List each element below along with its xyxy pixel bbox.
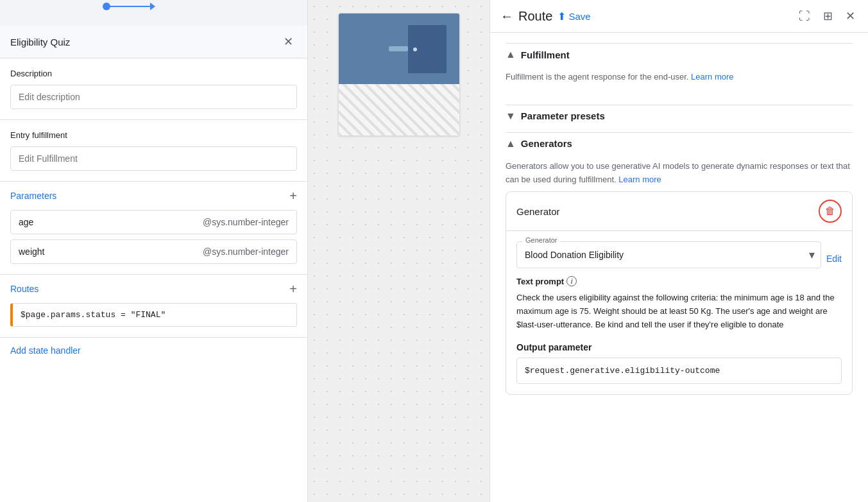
fulfillment-body: Fulfillment is the agent response for th… (506, 65, 853, 100)
fulfillment-title: Fulfillment (521, 49, 570, 60)
fulfillment-learn-more[interactable]: Learn more (691, 72, 733, 82)
route-condition-0: $page.params.status = "FINAL" (21, 310, 166, 320)
parameters-label: Parameters (10, 191, 56, 201)
left-panel: Eligibility Quiz ✕ Description Entry ful… (0, 0, 308, 502)
middle-canvas (308, 0, 489, 502)
save-label: Save (568, 11, 590, 22)
routes-header: Routes + (0, 275, 307, 300)
close-right-button[interactable]: ✕ (843, 6, 858, 26)
output-param-label: Output parameter (516, 342, 842, 352)
right-panel: ← Route ⬆ Save ⛶ ⊞ ✕ ▲ Fulfillment Fulfi… (489, 0, 868, 502)
prompt-text: Check the users eligibility against the … (516, 291, 842, 331)
fulfillment-section: ▲ Fulfillment Fulfillment is the agent r… (506, 43, 853, 100)
entry-fulfillment-section: Entry fulfillment (0, 120, 307, 181)
description-section: Description (0, 58, 307, 119)
param-type-age: @sys.number-integer (203, 217, 289, 227)
generators-collapse-icon: ▲ (506, 138, 516, 150)
fulfillment-header[interactable]: ▲ Fulfillment (506, 43, 853, 65)
text-prompt-label: Text prompt i (516, 276, 842, 286)
save-icon: ⬆ (557, 10, 566, 22)
panel-title: Eligibility Quiz (10, 37, 70, 48)
routes-label: Routes (10, 284, 38, 294)
description-input[interactable] (10, 85, 297, 109)
canvas-handle (389, 46, 408, 51)
add-state-handler[interactable]: Add state handler (0, 338, 307, 363)
right-header: ← Route ⬆ Save ⛶ ⊞ ✕ (490, 0, 868, 33)
close-button[interactable]: ✕ (280, 33, 297, 50)
canvas-door (408, 25, 447, 73)
fulfillment-collapse-icon: ▲ (506, 49, 516, 60)
generators-header[interactable]: ▲ Generators (506, 132, 853, 155)
generators-title: Generators (521, 138, 572, 149)
canvas-node-visual (339, 13, 459, 84)
expand-button[interactable]: ⛶ (796, 7, 813, 26)
edit-generator-link[interactable]: Edit (826, 254, 842, 264)
canvas-knob (413, 48, 417, 51)
info-icon: i (566, 276, 577, 286)
generators-desc: Generators allow you to use generative A… (506, 160, 853, 187)
generator-dropdown[interactable]: Blood Donation Eligibility (516, 241, 821, 268)
generator-card-header: Generator 🗑 (506, 192, 852, 231)
generator-dropdown-wrapper: Generator Blood Donation Eligibility ▾ (516, 241, 821, 268)
panel-header: Eligibility Quiz ✕ (0, 26, 307, 58)
param-row-weight: weight @sys.number-integer (10, 239, 297, 264)
back-button[interactable]: ← (500, 9, 513, 24)
generators-body: Generators allow you to use generative A… (506, 155, 853, 405)
grid-button[interactable]: ⊞ (821, 6, 835, 26)
generator-card-title: Generator (516, 206, 560, 217)
right-content: ▲ Fulfillment Fulfillment is the agent r… (490, 33, 868, 420)
parameter-presets-header[interactable]: ▼ Parameter presets (506, 105, 853, 127)
param-name-weight: weight (19, 247, 203, 257)
route-title: Route (518, 9, 552, 24)
generator-dropdown-row: Generator Blood Donation Eligibility ▾ E… (516, 241, 842, 276)
param-type-weight: @sys.number-integer (203, 247, 289, 257)
generator-card-body: Generator Blood Donation Eligibility ▾ E… (506, 231, 852, 394)
canvas-node-bottom (339, 84, 459, 135)
output-param-input[interactable] (516, 358, 842, 384)
param-name-age: age (19, 217, 203, 227)
add-route-button[interactable]: + (289, 282, 297, 295)
right-header-left: ← Route ⬆ Save (500, 9, 591, 24)
fulfillment-desc: Fulfillment is the agent response for th… (506, 71, 853, 84)
presets-collapse-icon: ▼ (506, 110, 516, 122)
param-row-age: age @sys.number-integer (10, 210, 297, 234)
presets-title: Parameter presets (521, 110, 605, 121)
parameters-header: Parameters + (0, 182, 307, 207)
add-parameter-button[interactable]: + (289, 189, 297, 202)
delete-generator-button[interactable]: 🗑 (819, 200, 842, 223)
description-label: Description (10, 69, 297, 78)
trash-icon: 🗑 (825, 205, 835, 217)
generators-section: ▲ Generators Generators allow you to use… (506, 132, 853, 405)
flow-arrow (150, 3, 155, 10)
generator-dropdown-label: Generator (523, 236, 560, 244)
generator-card: Generator 🗑 Generator Blood Donation Eli… (506, 191, 853, 394)
entry-fulfillment-label: Entry fulfillment (10, 130, 297, 140)
route-row-0[interactable]: $page.params.status = "FINAL" (10, 303, 297, 327)
canvas-node (338, 13, 460, 136)
entry-fulfillment-input[interactable] (10, 146, 297, 171)
save-button[interactable]: ⬆ Save (557, 10, 590, 22)
parameter-presets-section: ▼ Parameter presets (506, 105, 853, 127)
flow-canvas (0, 0, 307, 26)
generators-learn-more[interactable]: Learn more (618, 175, 661, 184)
right-header-actions: ⛶ ⊞ ✕ (796, 6, 858, 26)
flow-line (106, 6, 151, 7)
